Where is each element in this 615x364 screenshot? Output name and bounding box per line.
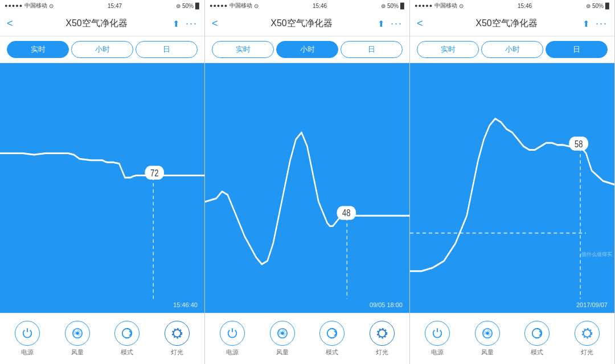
- nav-actions-2: ⬆ ···: [378, 18, 403, 30]
- control-power-3[interactable]: 电源: [425, 321, 450, 357]
- control-bar-3: 电源 风量 模式: [410, 313, 614, 364]
- status-right-1: ⊚ 50% ▉: [176, 3, 200, 9]
- svg-text:48: 48: [342, 208, 350, 218]
- wind-label-1: 风量: [71, 348, 84, 357]
- signal-2: ●●●●●: [210, 3, 228, 9]
- nav-bar-2: < X50空气净化器 ⬆ ···: [205, 11, 409, 36]
- light-label-3: 灯光: [581, 348, 593, 357]
- mode-label-2: 模式: [326, 348, 338, 357]
- tab-daily-3[interactable]: 日: [546, 41, 608, 58]
- watermark: 值什么值得买: [581, 251, 612, 258]
- time-1: 15:47: [108, 3, 122, 9]
- tab-daily-1[interactable]: 日: [136, 41, 198, 58]
- control-light-1[interactable]: 灯光: [165, 321, 190, 357]
- wifi-2: ⊙: [254, 3, 259, 9]
- control-mode-1[interactable]: 模式: [114, 321, 140, 357]
- bat-bar-1: ▉: [195, 3, 200, 9]
- share-button-2[interactable]: ⬆: [378, 19, 385, 29]
- status-bar-1: ●●●●● 中国移动 ⊙ 15:47 ⊚ 50% ▉: [0, 0, 204, 11]
- power-label-2: 电源: [226, 348, 239, 357]
- chart-timestamp-1: 15:46:40: [173, 301, 198, 308]
- time-2: 15:46: [313, 3, 327, 9]
- nav-actions-1: ⬆ ···: [173, 18, 198, 30]
- wifi-3: ⊙: [459, 3, 464, 9]
- wind-label-3: 风量: [481, 348, 494, 357]
- share-button-3[interactable]: ⬆: [583, 19, 590, 29]
- nav-actions-3: ⬆ ···: [583, 18, 608, 30]
- battery-1: 50%: [182, 3, 194, 9]
- chart-timestamp-2: 09/05 18:00: [370, 301, 403, 308]
- wind-icon-2: [270, 321, 295, 346]
- power-label-1: 电源: [21, 348, 34, 357]
- nav-title-1: X50空气净化器: [20, 18, 173, 30]
- bat-icon-3: ⊚: [586, 3, 591, 9]
- tab-hourly-1[interactable]: 小时: [71, 41, 133, 58]
- power-icon-3: [425, 321, 450, 346]
- phone-panel-3: ●●●●● 中国移动 ⊙ 15:46 ⊚ 50% ▉ < X50空气净化器 ⬆ …: [410, 0, 615, 364]
- more-button-2[interactable]: ···: [391, 18, 403, 30]
- bat-icon-2: ⊚: [381, 3, 386, 9]
- tab-bar-3: 实时 小时 日: [410, 36, 614, 63]
- chart-area-3: 58 2017/09/07 值什么值得买: [410, 63, 614, 313]
- mode-label-3: 模式: [531, 348, 543, 357]
- chart-timestamp-3: 2017/09/07: [576, 301, 608, 308]
- wind-icon-3: [475, 321, 500, 346]
- back-button-2[interactable]: <: [212, 18, 226, 30]
- control-power-2[interactable]: 电源: [220, 321, 245, 357]
- svg-text:58: 58: [575, 139, 583, 149]
- more-button-3[interactable]: ···: [596, 18, 608, 30]
- carrier-3: 中国移动: [434, 2, 457, 10]
- control-bar-1: 电源 风量 模式: [0, 313, 204, 364]
- svg-point-14: [379, 330, 386, 337]
- tab-realtime-1[interactable]: 实时: [7, 41, 69, 58]
- wifi-1: ⊙: [49, 3, 54, 9]
- svg-point-23: [584, 330, 591, 337]
- svg-point-4: [76, 332, 79, 334]
- battery-2: 50%: [387, 3, 399, 9]
- control-wind-3[interactable]: 风量: [475, 321, 500, 357]
- control-mode-2[interactable]: 模式: [319, 321, 345, 357]
- status-right-3: ⊚ 50% ▉: [586, 3, 610, 9]
- chart-svg-3: 58: [410, 63, 614, 313]
- back-button-3[interactable]: <: [417, 18, 430, 30]
- tab-hourly-2[interactable]: 小时: [276, 41, 338, 58]
- control-power-1[interactable]: 电源: [15, 321, 40, 357]
- chart-area-1: 72 15:46:40: [0, 63, 204, 313]
- status-bar-3: ●●●●● 中国移动 ⊙ 15:46 ⊚ 50% ▉: [410, 0, 614, 11]
- nav-bar-1: < X50空气净化器 ⬆ ···: [0, 11, 204, 36]
- tab-realtime-2[interactable]: 实时: [212, 41, 274, 58]
- light-icon-3: [575, 321, 600, 346]
- control-wind-1[interactable]: 风量: [65, 321, 90, 357]
- battery-3: 50%: [592, 3, 604, 9]
- bat-icon-1: ⊚: [176, 3, 181, 9]
- power-icon-2: [220, 321, 245, 346]
- more-button-1[interactable]: ···: [186, 18, 198, 30]
- svg-point-12: [281, 332, 284, 334]
- status-right-2: ⊚ 50% ▉: [381, 3, 405, 9]
- control-light-2[interactable]: 灯光: [370, 321, 395, 357]
- light-label-2: 灯光: [376, 348, 388, 357]
- tab-realtime-3[interactable]: 实时: [417, 41, 479, 58]
- control-wind-2[interactable]: 风量: [270, 321, 295, 357]
- power-icon-1: [15, 321, 40, 346]
- control-bar-2: 电源 风量 模式: [205, 313, 409, 364]
- chart-svg-2: 48: [205, 63, 409, 313]
- tab-daily-2[interactable]: 日: [341, 41, 403, 58]
- mode-icon-2: [319, 321, 345, 346]
- share-button-1[interactable]: ⬆: [173, 19, 180, 29]
- carrier-2: 中国移动: [229, 2, 252, 10]
- status-left-2: ●●●●● 中国移动 ⊙: [210, 2, 259, 10]
- light-label-1: 灯光: [171, 348, 183, 357]
- signal-3: ●●●●●: [415, 3, 433, 9]
- tab-hourly-3[interactable]: 小时: [481, 41, 543, 58]
- svg-point-6: [174, 330, 181, 337]
- signal-1: ●●●●●: [5, 3, 23, 9]
- time-3: 15:46: [518, 3, 532, 9]
- control-light-3[interactable]: 灯光: [575, 321, 600, 357]
- status-bar-2: ●●●●● 中国移动 ⊙ 15:46 ⊚ 50% ▉: [205, 0, 409, 11]
- chart-svg-1: 72: [0, 63, 204, 313]
- control-mode-3[interactable]: 模式: [524, 321, 550, 357]
- back-button-1[interactable]: <: [7, 18, 20, 30]
- nav-title-2: X50空气净化器: [226, 18, 378, 30]
- status-left-1: ●●●●● 中国移动 ⊙: [5, 2, 54, 10]
